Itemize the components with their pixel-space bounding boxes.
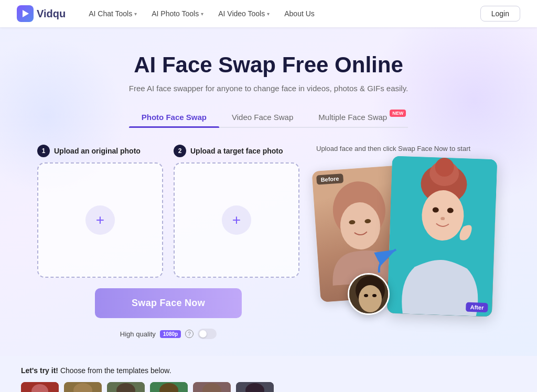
- upload-section: 1 Upload an original photo + 2 Upload a …: [37, 145, 299, 339]
- upload-dropzone-1[interactable]: +: [37, 162, 163, 278]
- upload-box-2-wrap: 2 Upload a target face photo +: [174, 145, 299, 278]
- nav-links: AI Chat Tools ▾ AI Photo Tools ▾ AI Vide…: [82, 6, 480, 21]
- svg-marker-0: [23, 10, 29, 17]
- step-2-num: 2: [174, 145, 186, 157]
- nav-ai-video-tools[interactable]: AI Video Tools ▾: [212, 6, 276, 21]
- nav-about-us[interactable]: About Us: [278, 6, 321, 21]
- quality-badge: 1080p: [160, 330, 181, 338]
- logo[interactable]: Vidqu: [17, 5, 66, 22]
- after-face: [387, 156, 497, 317]
- after-badge: After: [466, 302, 488, 312]
- svg-point-18: [372, 294, 377, 297]
- template-thumb-3[interactable]: [107, 382, 145, 392]
- step-1-num: 1: [37, 145, 50, 157]
- logo-text: Vidqu: [37, 8, 66, 20]
- chevron-down-icon: ▾: [201, 11, 203, 17]
- upload-boxes: 1 Upload an original photo + 2 Upload a …: [37, 145, 299, 278]
- template-thumb-2[interactable]: [64, 382, 102, 392]
- chevron-down-icon: ▾: [267, 11, 270, 17]
- templates-row: [21, 382, 516, 392]
- hero-section: AI Face Swap Free Online Free AI face sw…: [0, 27, 537, 356]
- nav-ai-photo-tools[interactable]: AI Photo Tools ▾: [145, 6, 210, 21]
- quality-row: High quality 1080p ?: [120, 329, 217, 339]
- template-thumb-4[interactable]: [150, 382, 188, 392]
- new-badge: NEW: [390, 110, 406, 117]
- quality-toggle[interactable]: [198, 329, 217, 339]
- before-after-container: Before: [316, 158, 495, 320]
- navbar: Vidqu AI Chat Tools ▾ AI Photo Tools ▾ A…: [0, 0, 537, 27]
- logo-icon: [17, 5, 34, 22]
- tab-multiple-face-swap[interactable]: Multiple Face Swap NEW: [306, 107, 408, 127]
- nav-ai-chat-tools[interactable]: AI Chat Tools ▾: [82, 6, 143, 21]
- preview-area: Upload face and then click Swap Face Now…: [316, 145, 500, 323]
- template-thumb-5[interactable]: [193, 382, 231, 392]
- templates-label: Let's try it! Choose from the templates …: [21, 366, 516, 375]
- plus-icon-2: +: [222, 205, 251, 235]
- login-button[interactable]: Login: [480, 6, 520, 21]
- upload-box-1-wrap: 1 Upload an original photo +: [37, 145, 163, 278]
- plus-icon-1: +: [85, 205, 115, 235]
- chevron-down-icon: ▾: [134, 11, 137, 17]
- hero-title: AI Face Swap Free Online: [10, 52, 527, 78]
- quality-label: High quality: [120, 330, 156, 338]
- tab-video-face-swap[interactable]: Video Face Swap: [219, 107, 306, 127]
- upload-dropzone-2[interactable]: +: [174, 162, 299, 278]
- swap-face-now-button[interactable]: Swap Face Now: [95, 288, 242, 318]
- source-face-circle: [348, 273, 390, 315]
- template-thumb-6[interactable]: [236, 382, 274, 392]
- preview-instruction: Upload face and then click Swap Face Now…: [316, 145, 500, 153]
- after-image: After: [387, 156, 497, 317]
- main-content: 1 Upload an original photo + 2 Upload a …: [12, 145, 525, 339]
- tabs-row: Photo Face Swap Video Face Swap Multiple…: [129, 107, 408, 128]
- hero-subtitle: Free AI face swapper for anyone to chang…: [10, 84, 527, 93]
- upload-label-1: 1 Upload an original photo: [37, 145, 141, 157]
- templates-section: Let's try it! Choose from the templates …: [0, 356, 537, 392]
- svg-point-16: [359, 285, 382, 312]
- template-thumb-1[interactable]: [21, 382, 59, 392]
- upload-label-2: 2 Upload a target face photo: [174, 145, 283, 157]
- tab-photo-face-swap[interactable]: Photo Face Swap: [129, 107, 219, 127]
- help-icon[interactable]: ?: [185, 330, 194, 338]
- svg-point-17: [364, 294, 368, 297]
